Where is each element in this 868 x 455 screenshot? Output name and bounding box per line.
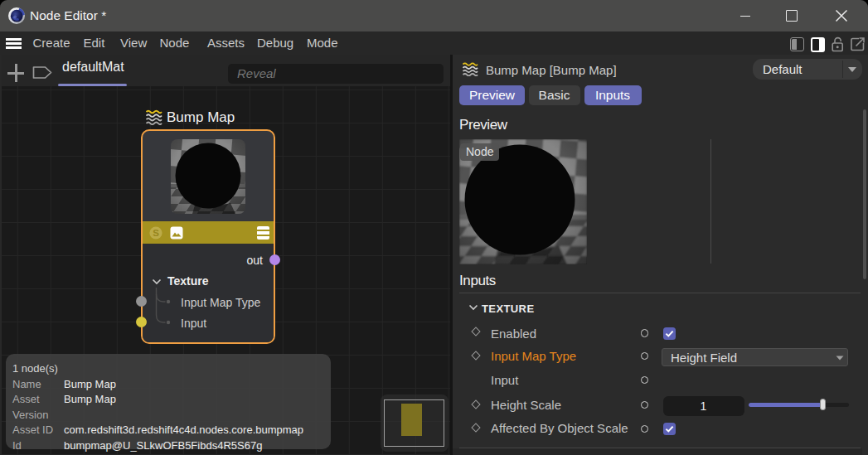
svg-text:S: S	[153, 228, 159, 238]
